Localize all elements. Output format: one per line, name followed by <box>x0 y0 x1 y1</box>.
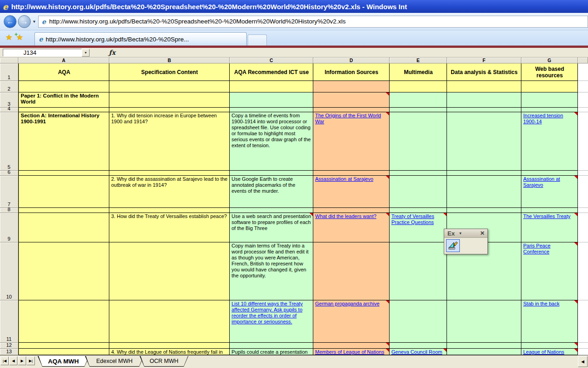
cell-E2[interactable] <box>390 81 447 92</box>
cell-C8[interactable] <box>230 208 313 213</box>
cell-A11[interactable] <box>18 300 109 343</box>
cell-C13[interactable]: Pupils could create a presentation on th… <box>230 349 313 355</box>
cell-H5[interactable] <box>578 112 588 171</box>
cell-B4[interactable] <box>109 108 230 112</box>
link-G13[interactable]: League of Nations <box>523 349 564 355</box>
cell-E4[interactable] <box>390 108 447 112</box>
cell-F3[interactable] <box>447 92 521 108</box>
cell-E11[interactable] <box>390 300 447 343</box>
cell-F4[interactable] <box>447 108 521 112</box>
row-header-13[interactable]: 13 <box>0 349 18 355</box>
cell-E7[interactable] <box>390 176 447 208</box>
export-toolbar-close-icon[interactable]: ✕ <box>479 230 486 237</box>
cell-G13[interactable]: League of Nations <box>521 349 578 355</box>
cell-C4[interactable] <box>230 108 313 112</box>
cell-E13[interactable]: Geneva Council Room <box>390 349 447 355</box>
cell-H13[interactable] <box>578 349 588 355</box>
cell-B1[interactable]: Specification Content <box>109 63 230 81</box>
row-header-7[interactable]: 7 <box>0 176 18 208</box>
link-D11[interactable]: German propaganda archive <box>315 301 379 306</box>
cell-A6[interactable] <box>18 171 109 176</box>
back-button[interactable]: ← <box>4 15 17 28</box>
cell-A13[interactable] <box>18 349 109 355</box>
cell-D8[interactable] <box>313 208 390 213</box>
cell-A7[interactable] <box>18 176 109 208</box>
column-header-C[interactable]: C <box>230 58 313 63</box>
address-input[interactable]: e http://www.history.org.uk/pdfs/Becta%2… <box>38 16 588 28</box>
forward-button[interactable]: → <box>18 15 31 28</box>
row-header-2[interactable]: 2 <box>0 81 18 92</box>
cell-D10[interactable] <box>313 242 390 300</box>
cell-H11[interactable] <box>578 300 588 343</box>
name-box[interactable]: J134 <box>3 49 82 57</box>
column-header-A[interactable]: A <box>18 58 109 63</box>
cell-A3[interactable]: Paper 1: Conflict in the Modern World <box>18 92 109 108</box>
cell-D6[interactable] <box>313 171 390 176</box>
cell-E12[interactable] <box>390 343 447 349</box>
cell-C6[interactable] <box>230 171 313 176</box>
cell-B3[interactable] <box>109 92 230 108</box>
cell-D9[interactable]: What did the leaders want? <box>313 213 390 242</box>
cell-C11[interactable]: List 10 different ways the Treaty affect… <box>230 300 313 343</box>
row-header-5[interactable]: 5 <box>0 112 18 171</box>
link-E9[interactable]: Treaty of Versailles Practice Questions <box>391 213 434 225</box>
cell-F12[interactable] <box>447 343 521 349</box>
cell-D4[interactable] <box>313 108 390 112</box>
cell-E10[interactable] <box>390 242 447 300</box>
new-tab-stub[interactable] <box>248 34 267 46</box>
cell-F2[interactable] <box>447 81 521 92</box>
cell-D7[interactable]: Assassination at Sarajevo <box>313 176 390 208</box>
cell-A5[interactable]: Section A: International History 1900-19… <box>18 112 109 171</box>
cell-A2[interactable] <box>18 81 109 92</box>
cell-E9[interactable]: Treaty of Versailles Practice Questions <box>390 213 447 242</box>
cell-D1[interactable]: Information Sources <box>313 63 390 81</box>
cell-H6[interactable] <box>578 171 588 176</box>
link-D9[interactable]: What did the leaders want? <box>315 213 376 219</box>
link-G5[interactable]: Increased tension 1900-14 <box>523 113 563 124</box>
cell-D3[interactable] <box>313 92 390 108</box>
select-all-corner[interactable] <box>0 58 18 63</box>
cell-G3[interactable] <box>521 92 578 108</box>
cell-H9[interactable] <box>578 213 588 242</box>
cell-G7[interactable]: Assassination at Sarajevo <box>521 176 578 208</box>
cell-G11[interactable]: Stab in the back <box>521 300 578 343</box>
cell-H10[interactable] <box>578 242 588 300</box>
cell-E6[interactable] <box>390 171 447 176</box>
link-C11[interactable]: List 10 different ways the Treaty affect… <box>232 301 303 324</box>
cell-H4[interactable] <box>578 108 588 112</box>
cell-D12[interactable] <box>313 343 390 349</box>
cell-H1[interactable] <box>578 63 588 81</box>
column-header-F[interactable]: F <box>447 58 521 63</box>
cell-D2[interactable] <box>313 81 390 92</box>
cell-G2[interactable] <box>521 81 578 92</box>
next-sheet-button[interactable]: ▶ <box>18 356 26 365</box>
column-header-B[interactable]: B <box>109 58 230 63</box>
column-header-G[interactable]: G <box>521 58 578 63</box>
cell-E5[interactable] <box>390 112 447 171</box>
cell-F1[interactable]: Data analysis & Statistics <box>447 63 521 81</box>
column-header-E[interactable]: E <box>390 58 447 63</box>
cell-C12[interactable] <box>230 343 313 349</box>
cell-G1[interactable]: Web based resources <box>521 63 578 81</box>
cell-A9[interactable] <box>18 213 109 242</box>
design-mode-button[interactable] <box>446 239 460 252</box>
cell-F8[interactable] <box>447 208 521 213</box>
prev-sheet-button[interactable]: ◀ <box>9 356 17 365</box>
cell-B7[interactable]: 2. Why did the assassination at Sarajevo… <box>109 176 230 208</box>
cell-H7[interactable] <box>578 176 588 208</box>
cell-A10[interactable] <box>18 242 109 300</box>
favorites-star-icon[interactable]: ★ <box>6 33 12 42</box>
last-sheet-button[interactable]: ▶| <box>27 356 35 365</box>
sheet-tab-edexcel-mwh[interactable]: Edexcel MWH <box>85 356 144 367</box>
cell-A4[interactable] <box>18 108 109 112</box>
cell-D11[interactable]: German propaganda archive <box>313 300 390 343</box>
cell-D13[interactable]: Members of League of Nations <box>313 349 390 355</box>
link-E13[interactable]: Geneva Council Room <box>391 349 442 355</box>
name-box-dropdown-icon[interactable]: ▾ <box>82 49 90 57</box>
link-G7[interactable]: Assassination at Sarajevo <box>523 176 560 188</box>
cell-A12[interactable] <box>18 343 109 349</box>
sheet-tab-aqa-mwh[interactable]: AQA MWH <box>38 356 89 367</box>
cell-B11[interactable] <box>109 300 230 343</box>
cell-H3[interactable] <box>578 92 588 108</box>
browser-tab-active[interactable]: e http://www.history.org.uk/pdfs/Becta%2… <box>34 32 247 46</box>
